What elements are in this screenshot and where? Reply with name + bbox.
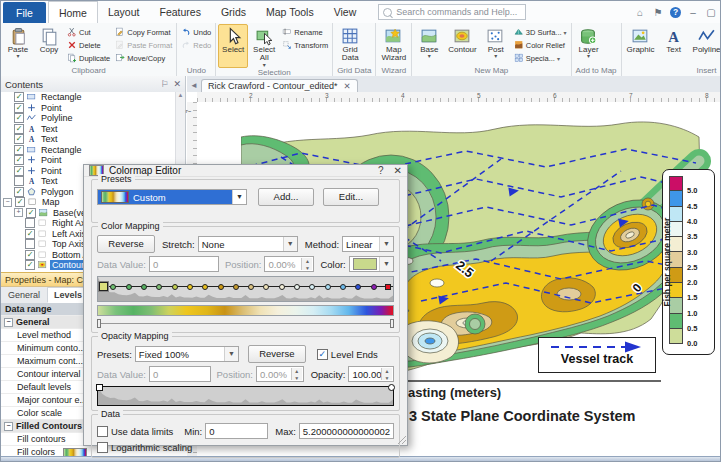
preset-dropdown[interactable]: Custom ▼ bbox=[97, 189, 247, 205]
visibility-checkbox[interactable]: ✓ bbox=[14, 134, 24, 144]
visibility-checkbox[interactable]: ✓ bbox=[14, 155, 24, 165]
tree-item-point[interactable]: ✓Point bbox=[1, 103, 177, 114]
colormap-editor-dialog[interactable]: Colormap Editor ? ✕ Presets Custom ▼ Add… bbox=[83, 164, 408, 446]
min-input[interactable]: 0 bbox=[205, 423, 268, 439]
colormap-node[interactable] bbox=[371, 284, 377, 290]
colormap-node[interactable] bbox=[126, 284, 132, 290]
colormap-node[interactable] bbox=[294, 284, 300, 290]
visibility-checkbox[interactable] bbox=[25, 218, 35, 228]
tab-view[interactable]: View bbox=[324, 1, 367, 23]
opacity-presets-dropdown[interactable]: Fixed 100%▼ bbox=[135, 346, 239, 362]
tab-home[interactable]: Home bbox=[48, 1, 98, 24]
ribbon-button-transform[interactable]: Transform bbox=[280, 39, 330, 51]
visibility-checkbox[interactable]: ✓ bbox=[25, 250, 35, 260]
document-tab-close-icon[interactable]: ✕ bbox=[343, 81, 350, 91]
home-icon[interactable]: ⌂ bbox=[634, 7, 646, 18]
tab-layout[interactable]: Layout bbox=[98, 1, 150, 23]
ribbon-button-copy[interactable]: Copy bbox=[34, 24, 64, 66]
ribbon-button-polyline[interactable]: Polyline bbox=[690, 24, 720, 66]
visibility-checkbox[interactable]: ✓ bbox=[14, 113, 24, 123]
collapse-icon[interactable]: − bbox=[4, 422, 13, 431]
ribbon-button-specia[interactable]: Specia...▾ bbox=[512, 52, 569, 64]
collapse-icon[interactable]: − bbox=[4, 318, 13, 327]
tree-expander[interactable]: − bbox=[3, 198, 12, 207]
help-icon[interactable]: ? bbox=[670, 7, 681, 18]
ribbon-button-move-copy[interactable]: Move/Copy bbox=[113, 52, 174, 64]
colormap-node[interactable] bbox=[340, 284, 346, 290]
visibility-checkbox[interactable]: ✓ bbox=[25, 229, 35, 239]
ribbon-button-text[interactable]: AText bbox=[659, 24, 689, 66]
visibility-checkbox[interactable]: ✓ bbox=[14, 103, 24, 113]
visibility-checkbox[interactable]: ✓ bbox=[26, 208, 36, 218]
colormap-node[interactable] bbox=[141, 284, 147, 290]
ribbon-button-undo[interactable]: Undo bbox=[179, 26, 213, 38]
colormap-node-editor[interactable] bbox=[97, 276, 394, 302]
opacity-editor[interactable] bbox=[97, 386, 394, 406]
pin-icon[interactable]: ⚐ bbox=[160, 79, 168, 89]
ribbon-button-delete[interactable]: Delete bbox=[65, 39, 112, 51]
ribbon-button-3d-surfa[interactable]: 3D Surfa...▾ bbox=[512, 26, 569, 38]
ribbon-button-map-wizard[interactable]: Map Wizard bbox=[378, 24, 409, 66]
colormap-node[interactable] bbox=[279, 284, 285, 290]
tree-item-text[interactable]: ✓AText bbox=[1, 134, 177, 145]
colormap-node[interactable] bbox=[385, 284, 391, 290]
tree-item-polyline[interactable]: ✓Polyline bbox=[1, 113, 177, 124]
colormap-node[interactable] bbox=[355, 284, 361, 290]
colormap-node[interactable] bbox=[248, 284, 254, 290]
colormap-node[interactable] bbox=[325, 284, 331, 290]
max-input[interactable]: 5.200000000000002 bbox=[299, 423, 394, 439]
colormap-node[interactable] bbox=[187, 284, 193, 290]
minimize-icon[interactable]: – bbox=[687, 7, 699, 18]
tab-file[interactable]: File bbox=[3, 2, 46, 23]
ribbon-button-redo[interactable]: Redo bbox=[179, 39, 213, 51]
ribbon-button-rename[interactable]: Rename bbox=[280, 26, 330, 38]
stretch-dropdown[interactable]: None▼ bbox=[198, 236, 298, 252]
opacity-data-value-input[interactable]: 0 bbox=[149, 366, 211, 382]
opacity-handle-right[interactable] bbox=[388, 384, 395, 391]
colormap-node[interactable] bbox=[99, 282, 108, 291]
level-ends-checkbox[interactable]: ✓ bbox=[317, 349, 328, 360]
ribbon-button-contour[interactable]: Contour bbox=[445, 24, 479, 66]
colormap-node[interactable] bbox=[218, 284, 224, 290]
visibility-checkbox[interactable]: ✓ bbox=[14, 145, 24, 155]
ribbon-button-base[interactable]: Base▾ bbox=[414, 24, 444, 66]
dialog-help-icon[interactable]: ? bbox=[378, 165, 384, 176]
ribbon-button-paste-format[interactable]: Paste Format bbox=[113, 39, 174, 51]
tree-item-text[interactable]: ✓AText bbox=[1, 124, 177, 135]
resize-grip[interactable] bbox=[398, 436, 406, 444]
range-handle-right[interactable] bbox=[390, 319, 394, 328]
tab-map-tools[interactable]: Map Tools bbox=[256, 1, 324, 23]
colormap-node[interactable] bbox=[309, 284, 315, 290]
data-value-input[interactable]: 0 bbox=[149, 256, 219, 272]
colormap-node[interactable] bbox=[156, 284, 162, 290]
ribbon-button-grid-data[interactable]: Grid Data bbox=[335, 24, 365, 66]
tree-item-rectangle[interactable]: ✓Rectangle bbox=[1, 145, 177, 156]
ribbon-button-layer[interactable]: Layer▾ bbox=[574, 24, 604, 66]
ribbon-button-paste[interactable]: Paste▾ bbox=[3, 24, 33, 66]
visibility-checkbox[interactable]: ✓ bbox=[14, 166, 24, 176]
ribbon-button-select-all[interactable]: Select All▾ bbox=[249, 24, 279, 68]
opacity-spinner[interactable]: 100.00%▲▼ bbox=[348, 366, 394, 382]
visibility-checkbox[interactable]: ✓ bbox=[15, 197, 25, 207]
dialog-close-icon[interactable]: ✕ bbox=[394, 165, 402, 176]
opacity-handle-left[interactable] bbox=[96, 384, 103, 391]
add-button[interactable]: Add... bbox=[258, 188, 314, 206]
colormap-node[interactable] bbox=[202, 284, 208, 290]
color-dropdown[interactable]: ▼ bbox=[349, 256, 394, 272]
position-spinner[interactable]: 0.00%▲▼ bbox=[264, 256, 314, 272]
colormap-node[interactable] bbox=[172, 284, 178, 290]
edit-button[interactable]: Edit... bbox=[323, 188, 379, 206]
tree-item-rectangle[interactable]: ✓Rectangle bbox=[1, 92, 177, 103]
visibility-checkbox[interactable] bbox=[25, 239, 35, 249]
method-dropdown[interactable]: Linear▼ bbox=[342, 236, 394, 252]
vessel-track-legend[interactable]: Vessel track bbox=[538, 337, 656, 373]
visibility-checkbox[interactable]: ✓ bbox=[14, 92, 24, 102]
ribbon-button-select[interactable]: Select bbox=[218, 24, 248, 68]
ribbon-button-graphic[interactable]: Graphic bbox=[624, 24, 658, 66]
tab-features[interactable]: Features bbox=[149, 1, 210, 23]
visibility-checkbox[interactable]: ✓ bbox=[14, 124, 24, 134]
close-icon[interactable]: ✕ bbox=[173, 79, 181, 89]
map-color-legend[interactable]: 5.04.54.03.53.02.52.01.51.00.50.0 Fish p… bbox=[662, 169, 715, 355]
visibility-checkbox[interactable] bbox=[14, 176, 24, 186]
logarithmic-scaling-checkbox[interactable] bbox=[97, 442, 108, 453]
